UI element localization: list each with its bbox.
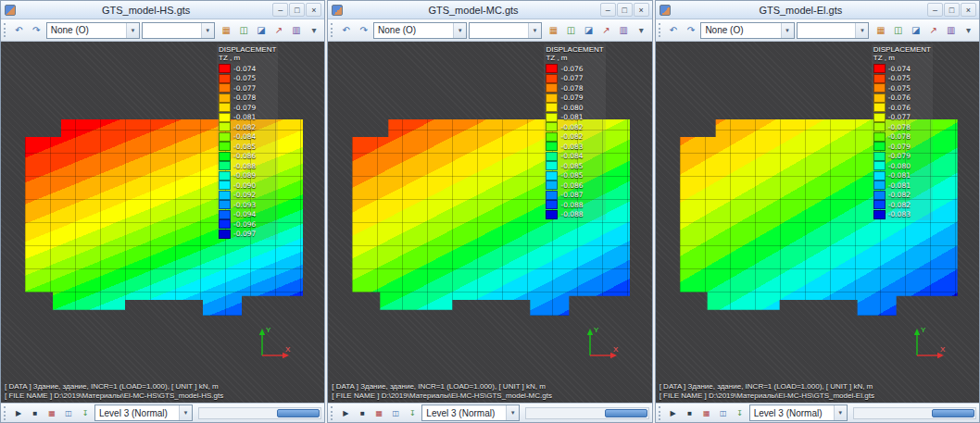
legend-color-swatch: [873, 83, 886, 93]
legend-color-swatch: [219, 142, 231, 151]
chevron-down-icon[interactable]: ▼: [506, 405, 519, 420]
restore-button[interactable]: □: [289, 3, 305, 17]
named-selection-dropdown[interactable]: ▼: [797, 22, 870, 39]
chevron-down-icon[interactable]: ▼: [201, 23, 214, 38]
legend-value: -0.088: [558, 201, 583, 209]
chevron-down-icon[interactable]: ▼: [781, 23, 794, 38]
chevron-down-icon[interactable]: ▼: [126, 23, 139, 38]
display-options-icon[interactable]: ▾: [961, 22, 976, 39]
toolbar-grip[interactable]: [659, 406, 662, 420]
legend-icon[interactable]: ▥: [288, 22, 304, 39]
view-prev-icon[interactable]: ↶: [666, 22, 682, 39]
vector-icon[interactable]: ↗: [925, 22, 941, 39]
scrollbar-thumb[interactable]: [605, 409, 647, 417]
iso-surface-icon[interactable]: ◫: [563, 22, 579, 39]
vector-icon[interactable]: ↗: [271, 22, 287, 39]
chevron-down-icon[interactable]: ▼: [453, 23, 466, 38]
legend-color-swatch: [546, 191, 558, 200]
play-button[interactable]: ▶: [338, 405, 353, 420]
display-options-icon[interactable]: ▾: [634, 22, 649, 39]
stop-button[interactable]: ■: [355, 405, 370, 420]
view-next-icon[interactable]: ↷: [29, 22, 44, 39]
capture-icon[interactable]: ◫: [61, 405, 76, 420]
legend-icon[interactable]: ▥: [943, 22, 959, 39]
legend-color-swatch: [546, 113, 558, 122]
cutting-plane-icon[interactable]: ◪: [908, 22, 923, 39]
contour-icon[interactable]: ▦: [219, 22, 234, 39]
toolbar-grip[interactable]: [4, 406, 7, 420]
stop-button[interactable]: ■: [28, 405, 43, 420]
close-button[interactable]: ×: [634, 3, 649, 17]
legend-value: -0.078: [886, 132, 911, 141]
chevron-down-icon[interactable]: ▼: [834, 405, 847, 420]
export-icon[interactable]: ↧: [405, 405, 420, 420]
restore-button[interactable]: □: [617, 3, 633, 17]
scrollbar-thumb[interactable]: [932, 409, 974, 417]
selection-filter-dropdown[interactable]: None (O) ▼: [46, 22, 140, 39]
toolbar-grip[interactable]: [331, 23, 334, 37]
toolbar-grip[interactable]: [331, 406, 334, 420]
minimize-button[interactable]: –: [600, 3, 616, 17]
selection-filter-dropdown[interactable]: None (O) ▼: [373, 22, 467, 39]
view-prev-icon[interactable]: ↶: [338, 22, 354, 39]
cutting-plane-icon[interactable]: ◪: [581, 22, 597, 39]
legend-entry: -0.096: [219, 219, 276, 230]
level-dropdown[interactable]: Level 3 (Normal) ▼: [94, 404, 193, 421]
legend-entry: -0.086: [219, 152, 276, 162]
legend-entry: -0.088: [219, 161, 276, 171]
close-button[interactable]: ×: [306, 3, 321, 17]
view-prev-icon[interactable]: ↶: [11, 22, 27, 39]
titlebar[interactable]: GTS_model-MC.gts – □ ×: [328, 1, 651, 19]
horizontal-scrollbar[interactable]: [525, 407, 648, 419]
selection-filter-dropdown[interactable]: None (O) ▼: [700, 22, 794, 39]
toolbar-grip[interactable]: [659, 23, 662, 37]
record-table-icon[interactable]: ▦: [699, 405, 714, 420]
horizontal-scrollbar[interactable]: [853, 407, 976, 419]
named-selection-dropdown[interactable]: ▼: [142, 22, 215, 39]
contour-icon[interactable]: ▦: [546, 22, 561, 39]
play-button[interactable]: ▶: [666, 405, 681, 420]
legend-icon[interactable]: ▥: [616, 22, 632, 39]
chevron-down-icon[interactable]: ▼: [528, 23, 541, 38]
level-dropdown[interactable]: Level 3 (Normal) ▼: [749, 404, 848, 421]
stop-button[interactable]: ■: [683, 405, 697, 420]
minimize-button[interactable]: –: [927, 3, 943, 17]
titlebar[interactable]: GTS_model-HS.gts – □ ×: [1, 1, 324, 19]
model-viewport[interactable]: DISPLACEMENT TZ , m -0.076-0.077-0.078-0…: [328, 42, 651, 403]
cutting-plane-icon[interactable]: ◪: [254, 22, 270, 39]
iso-surface-icon[interactable]: ◫: [890, 22, 906, 39]
legend-entry: -0.081: [873, 180, 931, 191]
minimize-button[interactable]: –: [272, 3, 288, 17]
view-next-icon[interactable]: ↷: [683, 22, 698, 39]
record-table-icon[interactable]: ▦: [44, 405, 59, 420]
legend-entry: -0.076: [546, 64, 603, 74]
scrollbar-thumb[interactable]: [277, 409, 320, 417]
toolbar-grip[interactable]: [4, 23, 7, 37]
legend-color-swatch: [219, 103, 231, 112]
chevron-down-icon[interactable]: ▼: [855, 23, 868, 38]
iso-surface-icon[interactable]: ◫: [236, 22, 252, 39]
x-axis-label: X: [613, 345, 619, 354]
level-dropdown[interactable]: Level 3 (Normal) ▼: [421, 404, 520, 421]
restore-button[interactable]: □: [944, 3, 960, 17]
named-selection-dropdown[interactable]: ▼: [469, 22, 542, 39]
capture-icon[interactable]: ◫: [716, 405, 731, 420]
export-icon[interactable]: ↧: [733, 405, 748, 420]
display-options-icon[interactable]: ▾: [306, 22, 321, 39]
chevron-down-icon[interactable]: ▼: [179, 405, 192, 420]
model-viewport[interactable]: DISPLACEMENT TZ , m -0.074-0.075-0.075-0…: [656, 42, 979, 403]
contour-icon[interactable]: ▦: [873, 22, 888, 39]
legend-value: -0.081: [558, 113, 583, 121]
close-button[interactable]: ×: [961, 3, 976, 17]
titlebar[interactable]: GTS_model-El.gts – □ ×: [656, 1, 979, 19]
export-icon[interactable]: ↧: [78, 405, 93, 420]
play-button[interactable]: ▶: [11, 405, 26, 420]
horizontal-scrollbar[interactable]: [198, 407, 321, 419]
record-table-icon[interactable]: ▦: [371, 405, 386, 420]
view-next-icon[interactable]: ↷: [356, 22, 371, 39]
legend-color-swatch: [873, 132, 886, 142]
model-viewport[interactable]: DISPLACEMENT TZ , m -0.074-0.075-0.077-0…: [1, 42, 324, 403]
y-axis-arrow: [259, 329, 265, 335]
capture-icon[interactable]: ◫: [388, 405, 403, 420]
vector-icon[interactable]: ↗: [598, 22, 614, 39]
